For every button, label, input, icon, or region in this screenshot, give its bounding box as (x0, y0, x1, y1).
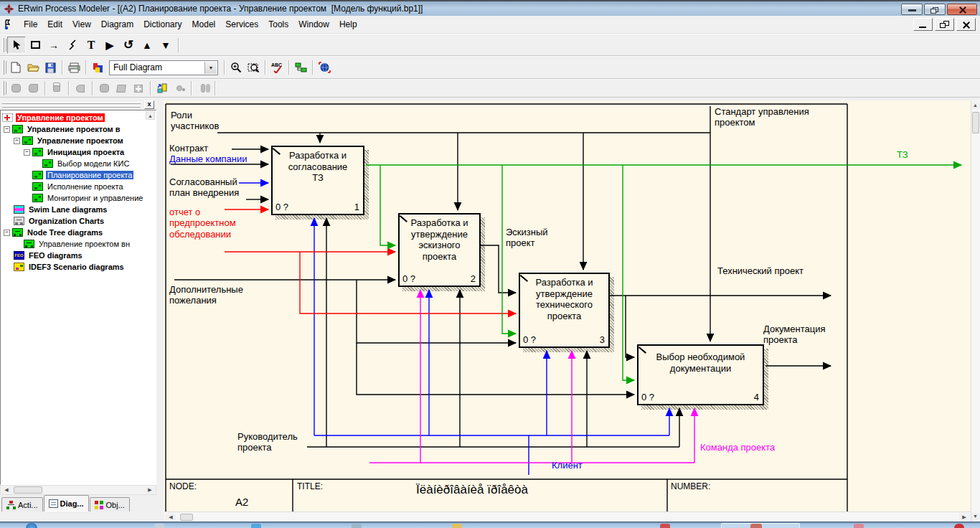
taskbar-icon[interactable] (452, 524, 462, 528)
taskbar-icon[interactable] (251, 524, 261, 528)
toolbar-grip[interactable] (2, 81, 4, 95)
label-tz[interactable]: ТЗ (897, 149, 908, 160)
activity-box-4[interactable]: Выбор необходимой документации 0 ? 4 (637, 344, 764, 405)
diagram-horizontal-scrollbar[interactable]: ◀ ▶ (164, 512, 971, 522)
rotate-tool-button[interactable]: ↺ (119, 37, 138, 54)
arrow-tool-button[interactable]: → (44, 37, 63, 54)
zoom-rect-button[interactable] (245, 59, 262, 76)
toolbar-grip[interactable] (2, 38, 4, 52)
tab-activities[interactable]: Acti... (1, 497, 43, 512)
collapse-icon[interactable] (14, 138, 20, 144)
zoom-in-button[interactable] (227, 59, 245, 76)
label-manager[interactable]: Руководитель проекта (237, 431, 298, 453)
tree-item-initsiatsiya[interactable]: Инициация проекта (1, 146, 156, 158)
go-up-tool-button[interactable]: ▲ (138, 37, 156, 54)
diagram-canvas[interactable]: Разработка и согласование ТЗ 0 ? 1 Разра… (164, 100, 971, 512)
menu-edit[interactable]: Edit (42, 17, 67, 32)
label-team[interactable]: Команда проекта (700, 442, 775, 453)
activity-box-tool-button[interactable] (26, 37, 44, 54)
label-documentation[interactable]: Документация проекта (763, 324, 826, 346)
drill-down-tool-button[interactable]: ▶ (100, 37, 119, 54)
tree-item-nodetree-child[interactable]: Управление проектом вн (1, 238, 156, 250)
taskbar-icon[interactable] (954, 524, 964, 528)
open-button[interactable] (24, 59, 42, 76)
tree-item-swimlane[interactable]: Swim Lane diagrams (1, 204, 156, 215)
label-standard[interactable]: Стандарт управления проектом (715, 106, 809, 128)
menu-diagram[interactable]: Diagram (96, 17, 138, 32)
tree-item-model-root[interactable]: Управление проектом (1, 112, 156, 123)
squiggle-arrow-tool-button[interactable] (63, 37, 82, 54)
child-close-button[interactable] (956, 18, 976, 31)
tree-item-context-activity[interactable]: Управление проектом в (1, 123, 156, 135)
tab-diagrams[interactable]: Diag... (44, 495, 89, 512)
chevron-down-icon[interactable]: ▼ (204, 62, 217, 74)
tab-objects[interactable]: Obj... (90, 497, 130, 512)
tree-item-monitoring[interactable]: Мониторинг и управление (1, 192, 156, 204)
collapse-icon[interactable] (4, 126, 10, 133)
scroll-down-button[interactable]: ▼ (971, 513, 979, 520)
tree-item-ispolnenie[interactable]: Исполнение проекта (1, 181, 156, 192)
taskbar-icon[interactable] (854, 524, 864, 528)
label-sketch-project[interactable]: Эскизный проект (506, 227, 548, 249)
scrollbar-thumb[interactable] (972, 112, 979, 133)
scroll-left-button[interactable]: ◀ (1, 486, 11, 494)
label-report[interactable]: отчет о предпроектном обследовании (169, 207, 236, 240)
taskbar-button[interactable] (721, 523, 800, 528)
menu-dictionary[interactable]: Dictionary (138, 17, 187, 32)
tree-item-feo[interactable]: FEO diagrams (1, 250, 156, 261)
menu-help[interactable]: Help (334, 17, 362, 32)
print-button[interactable] (65, 59, 83, 76)
scroll-right-button[interactable]: ▶ (959, 514, 969, 521)
tree-item-upravlenie[interactable]: Управление проектом (1, 135, 156, 146)
scrollbar-thumb[interactable] (14, 486, 42, 494)
scroll-left-button[interactable]: ◀ (166, 514, 176, 521)
scroll-up-button[interactable]: ▲ (971, 102, 979, 109)
child-minimize-button[interactable] (913, 18, 933, 31)
pointer-tool-button[interactable] (7, 37, 26, 54)
diagram-selector-combobox[interactable]: Full Diagram ▼ (109, 60, 218, 75)
label-company-data[interactable]: Данные компании (169, 154, 248, 164)
taskbar-icon[interactable] (154, 524, 164, 528)
label-technical-project[interactable]: Технический проект (717, 265, 804, 276)
default-fonts-colors-button[interactable] (89, 59, 106, 76)
menu-file[interactable]: File (19, 17, 42, 32)
start-orb-icon[interactable] (26, 523, 37, 528)
save-button[interactable] (42, 59, 59, 76)
label-client[interactable]: Клиент (552, 460, 583, 471)
label-contract[interactable]: Контракт (169, 143, 208, 154)
scrollbar-thumb[interactable] (180, 514, 193, 521)
tree-item-planirovanie[interactable]: Планирование проекта (1, 169, 156, 181)
menu-tools[interactable]: Tools (263, 17, 293, 32)
scroll-right-button[interactable]: ▶ (145, 486, 155, 494)
label-agreed-plan[interactable]: Согласованный план внедрения (169, 176, 239, 199)
collapse-icon[interactable] (24, 149, 30, 156)
taskbar-icon[interactable] (660, 524, 670, 528)
toolbar-grip[interactable] (2, 60, 4, 75)
minimize-button[interactable] (901, 4, 923, 15)
label-extra-wishes[interactable]: Дополнительные пожелания (169, 284, 243, 306)
menu-model[interactable]: Model (187, 17, 221, 32)
panel-splitter[interactable] (156, 100, 164, 512)
activity-box-2[interactable]: Разработка и утверждение эскизного проек… (398, 213, 481, 287)
taskbar-icon[interactable] (352, 524, 362, 528)
collapse-icon[interactable] (4, 230, 10, 236)
panel-close-button[interactable]: x (144, 100, 154, 109)
text-tool-button[interactable]: T (82, 37, 100, 54)
close-button[interactable] (947, 4, 977, 15)
label-roles[interactable]: Роли участников (171, 110, 219, 132)
restore-button[interactable] (924, 4, 946, 15)
spell-check-button[interactable]: ABC (268, 59, 286, 76)
diagram-vertical-scrollbar[interactable]: ▲ ▼ (971, 100, 980, 522)
menu-services[interactable]: Services (220, 17, 263, 32)
activity-box-1[interactable]: Разработка и согласование ТЗ 0 ? 1 (271, 146, 364, 215)
tree-item-nodetree[interactable]: Node Tree diagrams (1, 227, 156, 238)
menu-window[interactable]: Window (293, 17, 334, 32)
model-explorer-button[interactable] (292, 59, 309, 76)
tree-item-vybor-modeli[interactable]: Выбор модели КИС (1, 158, 156, 169)
child-restore-button[interactable] (935, 18, 954, 31)
menu-view[interactable]: View (67, 17, 96, 32)
tree-horizontal-scrollbar[interactable]: ◀ ▶ (0, 485, 156, 495)
web-publish-button[interactable] (316, 59, 333, 76)
tree-item-idef3[interactable]: IDEF3 Scenario diagrams (1, 261, 156, 273)
tree-item-orgcharts[interactable]: Organization Charts (1, 215, 156, 227)
